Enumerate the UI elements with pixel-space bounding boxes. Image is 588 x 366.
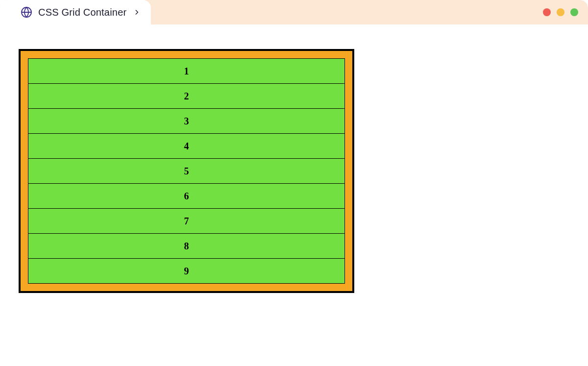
grid-item: 1 xyxy=(28,58,345,84)
grid-item-label: 4 xyxy=(184,141,189,151)
grid-item-label: 2 xyxy=(184,91,189,101)
window-controls xyxy=(543,8,578,16)
grid-item-label: 7 xyxy=(184,216,189,226)
grid-item: 4 xyxy=(28,133,345,159)
browser-tab[interactable]: CSS Grid Container xyxy=(0,0,151,24)
tab-title: CSS Grid Container xyxy=(38,7,126,18)
grid-item: 9 xyxy=(28,258,345,284)
grid-item: 6 xyxy=(28,183,345,209)
grid-item-label: 3 xyxy=(184,116,189,126)
grid-item-label: 1 xyxy=(184,66,189,76)
grid-item: 8 xyxy=(28,233,345,259)
grid-item: 5 xyxy=(28,158,345,184)
page-content: 1 2 3 4 5 6 7 8 9 xyxy=(0,24,588,317)
grid-item-label: 9 xyxy=(184,266,189,276)
browser-tab-bar: CSS Grid Container xyxy=(0,0,588,24)
grid-item: 2 xyxy=(28,83,345,109)
minimize-icon[interactable] xyxy=(557,8,564,16)
grid-container: 1 2 3 4 5 6 7 8 9 xyxy=(19,49,354,293)
close-icon[interactable] xyxy=(543,8,551,16)
grid-item-label: 6 xyxy=(184,191,189,201)
grid-item-label: 5 xyxy=(184,166,189,176)
maximize-icon[interactable] xyxy=(570,8,578,16)
grid-item: 3 xyxy=(28,108,345,134)
grid-item: 7 xyxy=(28,208,345,234)
chevron-right-icon xyxy=(133,9,140,16)
grid-item-label: 8 xyxy=(184,241,189,251)
globe-icon xyxy=(21,6,32,18)
